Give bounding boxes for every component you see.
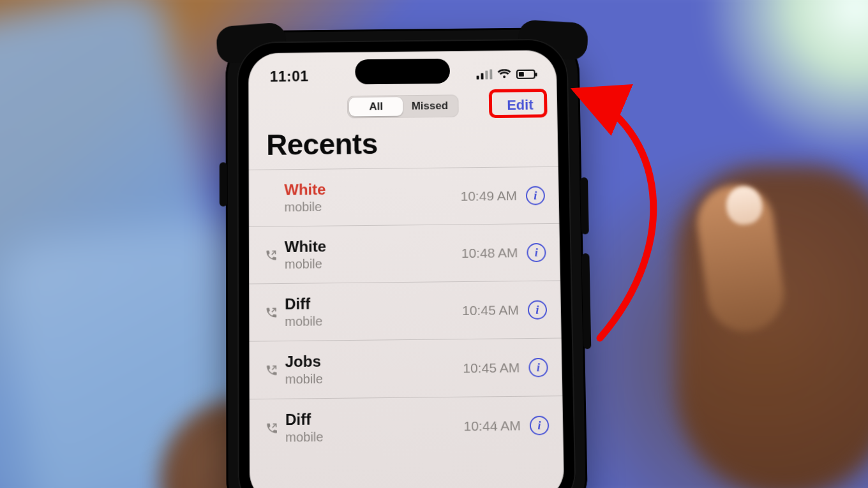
edit-button[interactable]: Edit — [499, 94, 541, 117]
outgoing-call-icon — [262, 422, 281, 435]
cellular-icon — [476, 70, 492, 80]
contact-name: Jobs — [285, 351, 463, 371]
info-button[interactable]: i — [526, 186, 545, 205]
battery-icon — [516, 69, 535, 78]
call-time: 10:45 AM — [462, 302, 519, 318]
segment-missed[interactable]: Missed — [403, 96, 457, 115]
contact-subtype: mobile — [285, 370, 463, 387]
recents-row[interactable]: Whitemobile10:48 AMi — [249, 223, 560, 284]
recents-row[interactable]: Jobsmobile10:45 AMi — [249, 338, 562, 399]
contact-subtype: mobile — [285, 255, 461, 272]
recents-row-text: Diffmobile — [281, 293, 462, 329]
wifi-icon — [497, 69, 511, 79]
status-time: 11:01 — [270, 68, 309, 85]
call-time: 10:45 AM — [463, 360, 520, 376]
contact-name: Diff — [285, 409, 464, 429]
call-time: 10:44 AM — [463, 418, 521, 434]
side-button — [580, 177, 589, 234]
phone: 11:01 All Missed Edit Recents White — [225, 27, 588, 488]
recents-row[interactable]: Whitemobile10:49 AMi — [249, 166, 560, 226]
segment-all[interactable]: All — [349, 97, 403, 116]
outgoing-call-icon — [262, 364, 281, 376]
recents-row[interactable]: Diffmobile10:45 AMi — [249, 280, 562, 341]
contact-subtype: mobile — [284, 198, 461, 215]
nav-row: All Missed Edit — [248, 91, 557, 122]
recents-row[interactable]: Diffmobile10:44 AMi — [250, 396, 564, 457]
side-button — [220, 162, 227, 206]
outgoing-call-icon — [262, 306, 281, 318]
status-indicators — [476, 69, 535, 80]
status-bar: 11:01 — [248, 61, 557, 89]
phone-bezel: 11:01 All Missed Edit Recents White — [237, 39, 576, 488]
contact-name: White — [284, 179, 460, 198]
info-button[interactable]: i — [528, 300, 548, 319]
recents-row-text: Whitemobile — [281, 237, 461, 272]
contact-name: Diff — [285, 293, 462, 313]
contact-subtype: mobile — [285, 428, 464, 445]
recents-list[interactable]: Whitemobile10:49 AMiWhitemobile10:48 AMi… — [249, 166, 564, 457]
info-button[interactable]: i — [530, 415, 550, 435]
contact-subtype: mobile — [285, 313, 462, 329]
info-button[interactable]: i — [527, 242, 546, 262]
page-title: Recents — [266, 125, 541, 162]
call-time: 10:48 AM — [461, 245, 518, 261]
phone-screen: 11:01 All Missed Edit Recents White — [248, 50, 564, 488]
recents-filter-segmented[interactable]: All Missed — [347, 94, 459, 118]
call-time: 10:49 AM — [460, 188, 517, 204]
recents-row-text: Diffmobile — [281, 409, 464, 445]
recents-row-text: Jobsmobile — [281, 351, 463, 387]
outgoing-call-icon — [262, 249, 281, 262]
contact-name: White — [285, 237, 461, 256]
info-button[interactable]: i — [528, 357, 548, 377]
recents-row-text: Whitemobile — [280, 179, 461, 214]
